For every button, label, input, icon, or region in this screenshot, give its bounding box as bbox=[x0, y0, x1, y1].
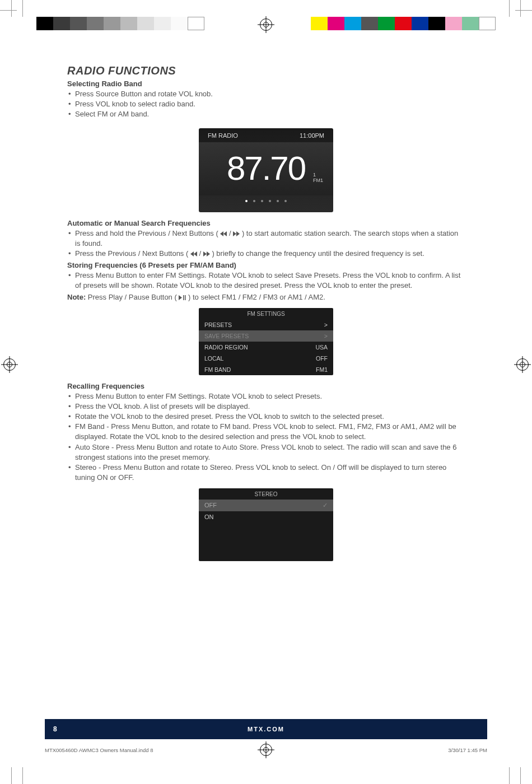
band-label: 1FM1 bbox=[313, 172, 323, 183]
footer-bar: 8 MTX.COM bbox=[45, 719, 487, 739]
list-item: Stereo - Press Menu Button and rotate to… bbox=[67, 463, 465, 483]
stereo-menu: STEREO OFF✓ON bbox=[199, 488, 333, 561]
registration-mark-icon bbox=[260, 18, 272, 31]
crop-mark bbox=[520, 0, 521, 17]
list-item: Press Menu Button to enter FM Settings. … bbox=[67, 391, 465, 402]
pagination-dots bbox=[199, 200, 333, 202]
list-item: Press Source Button and rotate VOL knob. bbox=[67, 89, 465, 99]
list-item: Press the Previous / Next Buttons ( / ) … bbox=[67, 249, 465, 259]
page-title: RADIO FUNCTIONS bbox=[67, 64, 465, 77]
crop-mark bbox=[22, 0, 23, 17]
menu-row: SAVE PRESETS> bbox=[199, 330, 333, 342]
menu-row: FM BANDFM1 bbox=[199, 364, 333, 375]
rewind-icon bbox=[190, 251, 197, 256]
radio-display: FM RADIO 11:00PM 87.70 1FM1 bbox=[199, 128, 333, 212]
menu-row: OFF✓ bbox=[199, 500, 333, 511]
list-item: Select FM or AM band. bbox=[67, 109, 465, 119]
footer-site: MTX.COM bbox=[248, 726, 284, 732]
list-item: Press VOL knob to select radio band. bbox=[67, 99, 465, 109]
forward-icon bbox=[233, 231, 240, 236]
forward-icon bbox=[203, 251, 210, 256]
menu-row: PRESETS> bbox=[199, 319, 333, 330]
footer-date: 3/30/17 1:45 PM bbox=[448, 747, 487, 753]
section-heading: Recalling Frequencies bbox=[67, 382, 465, 390]
play-pause-icon bbox=[179, 295, 186, 300]
note-text: Note: Press Play / Pause Button ( ) to s… bbox=[67, 292, 465, 302]
color-bars-right bbox=[311, 17, 496, 30]
section-heading: Selecting Radio Band bbox=[67, 80, 465, 88]
list-item: Press and hold the Previous / Next Butto… bbox=[67, 228, 465, 249]
list-item: Press Menu Button to enter FM Settings. … bbox=[67, 270, 465, 291]
crop-mark bbox=[11, 767, 12, 784]
section-heading: Automatic or Manual Search Frequencies bbox=[67, 219, 465, 227]
list-item: FM Band - Press Menu Button, and rotate … bbox=[67, 422, 465, 442]
list: Press Source Button and rotate VOL knob.… bbox=[67, 89, 465, 120]
rewind-icon bbox=[220, 231, 227, 236]
menu-row: RADIO REGIONUSA bbox=[199, 342, 333, 353]
crop-mark bbox=[509, 767, 510, 784]
crop-mark bbox=[0, 10, 17, 11]
crop-mark bbox=[509, 0, 510, 17]
list-item: Press the VOL knob. A list of presets wi… bbox=[67, 402, 465, 412]
footer-file: MTX005460D AWMC3 Owners Manual.indd 8 bbox=[45, 747, 153, 753]
page-number: 8 bbox=[53, 725, 57, 733]
crop-mark bbox=[22, 767, 23, 784]
footer-meta: MTX005460D AWMC3 Owners Manual.indd 8 3/… bbox=[45, 747, 487, 753]
menu-row: LOCALOFF bbox=[199, 353, 333, 364]
registration-mark-icon bbox=[3, 358, 16, 371]
crop-mark bbox=[515, 10, 532, 11]
menu-title: FM SETTINGS bbox=[199, 308, 333, 319]
list: Press Menu Button to enter FM Settings. … bbox=[67, 391, 465, 483]
crop-mark bbox=[520, 767, 521, 784]
crop-mark bbox=[11, 0, 12, 17]
list: Press and hold the Previous / Next Butto… bbox=[67, 228, 465, 259]
display-time: 11:00PM bbox=[300, 132, 324, 139]
frequency-value: 87.70 bbox=[227, 152, 305, 185]
registration-mark-icon bbox=[516, 358, 529, 371]
list-item: Auto Store - Press Menu Button and rotat… bbox=[67, 442, 465, 463]
color-bars-left bbox=[36, 17, 204, 30]
menu-row: ON bbox=[199, 511, 333, 522]
fm-settings-menu: FM SETTINGS PRESETS>SAVE PRESETS>RADIO R… bbox=[199, 308, 333, 375]
list: Press Menu Button to enter FM Settings. … bbox=[67, 270, 465, 291]
display-label: FM RADIO bbox=[208, 132, 238, 139]
list-item: Rotate the VOL knob to the desired prese… bbox=[67, 412, 465, 422]
menu-title: STEREO bbox=[199, 488, 333, 500]
section-heading: Storing Frequencies (6 Presets per FM/AM… bbox=[67, 261, 465, 269]
